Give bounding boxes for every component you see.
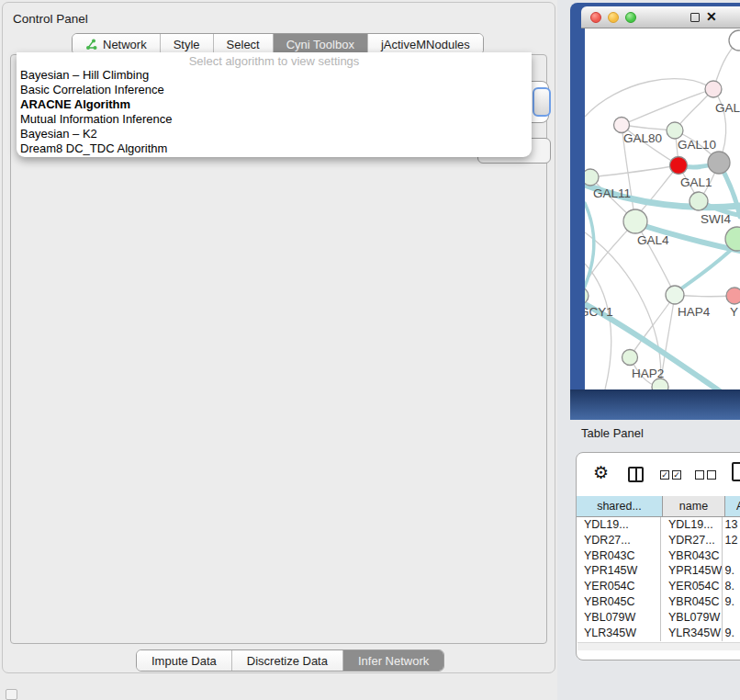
- table-cell: [723, 610, 740, 626]
- unchecked-checkbox-icon[interactable]: [695, 470, 704, 480]
- table-cell: YBL079W: [577, 610, 661, 626]
- mac-close-button[interactable]: [590, 12, 601, 23]
- mac-zoom-button[interactable]: [625, 12, 636, 23]
- node-label-gal1: GAL1: [680, 175, 712, 189]
- network-edge-highlighted: [675, 242, 740, 293]
- table-cell: YBR045C: [661, 594, 723, 610]
- table-cell: 13: [723, 517, 740, 533]
- dropdown-option-bayesian-hill-climbing[interactable]: Bayesian – Hill Climbing: [17, 68, 532, 83]
- tab-label: Cyni Toolbox: [286, 38, 354, 51]
- column-header-cut[interactable]: A: [725, 496, 740, 516]
- table-row[interactable]: YPR145WYPR145W9.: [577, 563, 740, 579]
- table-cell: 9.: [723, 563, 740, 579]
- table-cell: 8.: [723, 579, 740, 594]
- dropdown-prompt: Select algorithm to view settings: [17, 54, 532, 68]
- table-horizontal-scrollbar[interactable]: [577, 642, 740, 650]
- node-label-gal4: GAL4: [637, 233, 669, 247]
- table-cell: YDL19...: [661, 517, 723, 533]
- node-label-hap4: HAP4: [678, 305, 711, 319]
- node-hap4[interactable]: [666, 286, 684, 304]
- node-gal1[interactable]: [670, 157, 688, 175]
- node-label-gal11: GAL11: [593, 186, 631, 200]
- table-cell: YPR145W: [661, 563, 723, 579]
- dropdown-option-dream8-dc-tdc-algorithm[interactable]: Dream8 DC_TDC Algorithm: [17, 141, 532, 156]
- tab-cyni-toolbox[interactable]: Cyni Toolbox: [273, 34, 367, 54]
- checked-checkbox-icon[interactable]: ✓: [672, 470, 681, 480]
- node-gray[interactable]: [708, 152, 730, 174]
- document-icon[interactable]: [732, 462, 740, 481]
- node-gal11[interactable]: [585, 169, 599, 186]
- bottom-tab-infer-network[interactable]: Infer Network: [342, 650, 443, 671]
- node-salmon[interactable]: [726, 288, 740, 304]
- table-cell: [723, 548, 740, 564]
- dropdown-option-basic-correlation-inference[interactable]: Basic Correlation Inference: [17, 83, 532, 97]
- table-cell: YLR345W: [577, 626, 661, 641]
- bottom-tabbar: Impute DataDiscretize DataInfer Network: [136, 649, 444, 672]
- node-hap2[interactable]: [622, 350, 638, 366]
- network-edge: [585, 264, 611, 390]
- node-label-gcy1: GCY1: [585, 305, 613, 319]
- table-row[interactable]: YDR27...YDR27...12: [577, 533, 740, 548]
- network-canvas[interactable]: GALGAL80GAL10GAL1GAL11SWI4GAL4GCY1HAP4YH…: [585, 28, 740, 390]
- table-row[interactable]: YBR045CYBR045C9.: [577, 594, 740, 610]
- network-edge: [622, 89, 713, 125]
- dropdown-option-aracne-algorithm[interactable]: ARACNE Algorithm: [17, 97, 532, 112]
- tab-jactivemnodules[interactable]: jActiveMNodules: [367, 34, 483, 54]
- tab-style[interactable]: Style: [160, 34, 213, 54]
- table-row[interactable]: YER054CYER054C8.: [577, 579, 740, 594]
- dropdown-option-mutual-information-inference[interactable]: Mutual Information Inference: [17, 112, 532, 127]
- network-graph: GALGAL80GAL10GAL1GAL11SWI4GAL4GCY1HAP4YH…: [585, 28, 740, 390]
- minimized-panel-icon[interactable]: [6, 689, 17, 700]
- table-row[interactable]: YLR345WYLR345W9.: [577, 626, 740, 641]
- table-cell: YBR045C: [577, 594, 661, 610]
- table-row[interactable]: YIL052CYIL052C9: [577, 640, 740, 641]
- table-cell: YIL052C: [661, 640, 723, 641]
- tab-label: Style: [174, 38, 200, 51]
- tab-network[interactable]: Network: [73, 34, 160, 54]
- checked-checkbox-icon[interactable]: ✓: [660, 470, 669, 480]
- node-gal10[interactable]: [667, 122, 683, 139]
- table-cell: YER054C: [661, 579, 723, 594]
- table-body: YDL19...YDL19...13YDR27...YDR27...12YBR0…: [577, 517, 740, 641]
- table-cell: YBL079W: [661, 610, 723, 626]
- unchecked-checkbox-icon[interactable]: [707, 470, 716, 480]
- node-label-hap2: HAP2: [632, 367, 664, 380]
- close-icon[interactable]: ✕: [706, 9, 717, 24]
- network-icon: [85, 39, 97, 51]
- node-gal-cut[interactable]: [705, 81, 722, 97]
- window-frame-bottom: [570, 390, 740, 420]
- columns-icon[interactable]: [628, 467, 644, 482]
- float-window-icon[interactable]: [690, 13, 700, 22]
- table-cell: 12: [723, 533, 740, 548]
- dropdown-options: Bayesian – Hill ClimbingBasic Correlatio…: [17, 68, 532, 156]
- screen: GALGAL80GAL10GAL1GAL11SWI4GAL4GCY1HAP4YH…: [0, 0, 740, 700]
- bottom-tab-impute-data[interactable]: Impute Data: [137, 650, 231, 671]
- table-row[interactable]: YBR043CYBR043C: [577, 548, 740, 564]
- node-gcy1[interactable]: [585, 288, 589, 304]
- table-panel-title: Table Panel: [581, 426, 644, 440]
- network-view-window[interactable]: GALGAL80GAL10GAL1GAL11SWI4GAL4GCY1HAP4YH…: [570, 3, 740, 420]
- tab-label: jActiveMNodules: [381, 38, 470, 51]
- node-gal4[interactable]: [623, 209, 647, 233]
- table-row[interactable]: YDL19...YDL19...13: [577, 517, 740, 533]
- table-cell: YDL19...: [577, 517, 661, 533]
- table-cell: YDR27...: [577, 533, 661, 548]
- algorithm-dropdown-popup: Select algorithm to view settings Bayesi…: [17, 52, 532, 157]
- gear-icon[interactable]: ⚙: [593, 462, 609, 483]
- column-header-name[interactable]: name: [663, 496, 725, 516]
- node-gal80[interactable]: [614, 118, 630, 133]
- table-cell: YLR345W: [661, 626, 723, 641]
- bottom-tab-discretize-data[interactable]: Discretize Data: [231, 650, 342, 671]
- table-row[interactable]: YBL079WYBL079W: [577, 610, 740, 626]
- node-top[interactable]: [729, 30, 740, 51]
- mac-minimize-button[interactable]: [608, 12, 619, 23]
- column-header-shared-name[interactable]: shared...: [577, 496, 663, 516]
- control-panel-title: Control Panel: [13, 12, 88, 26]
- tab-label: Network: [103, 38, 147, 51]
- combobox-stepper-button[interactable]: [533, 87, 551, 117]
- network-edge-highlighted: [585, 203, 594, 295]
- node-label-gal10: GAL10: [678, 138, 716, 152]
- dropdown-option-bayesian-k2[interactable]: Bayesian – K2: [17, 127, 532, 141]
- node-swi4[interactable]: [690, 192, 708, 210]
- tab-select[interactable]: Select: [213, 34, 273, 54]
